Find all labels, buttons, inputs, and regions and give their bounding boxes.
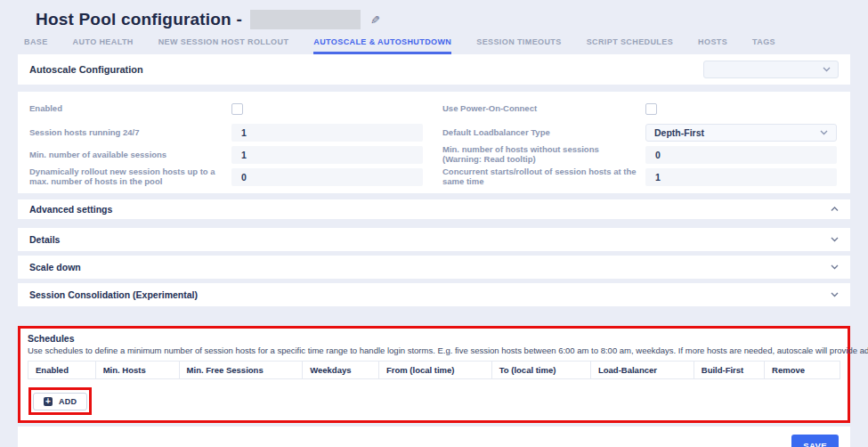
tab-hosts[interactable]: HOSTS: [698, 37, 727, 54]
dynamic-rollout-max-label: Dynamically rollout new session hosts up…: [29, 167, 231, 187]
tab-auto-health[interactable]: AUTO HEALTH: [73, 37, 134, 54]
autoscale-config-header: Autoscale Configuration: [18, 54, 850, 85]
loadbalancer-type-label: Default Loadbalancer Type: [442, 128, 645, 138]
min-hosts-without-sessions-input[interactable]: [645, 146, 837, 164]
annotation-box-schedules: Schedules Use schedules to define a mini…: [18, 326, 850, 423]
tab-new-session-host-rollout[interactable]: NEW SESSION HOST ROLLOUT: [158, 37, 289, 54]
scale-down-accordion[interactable]: Scale down: [18, 256, 850, 279]
footer-bar: SAVE: [18, 427, 850, 447]
hosts-24-7-input[interactable]: [231, 124, 423, 142]
chevron-up-icon: [831, 207, 839, 212]
session-consolidation-label: Session Consolidation (Experimental): [29, 289, 198, 300]
advanced-settings-label: Advanced settings: [29, 204, 112, 215]
advanced-settings-accordion[interactable]: Advanced settings: [18, 199, 850, 219]
schedules-title: Schedules: [28, 333, 840, 344]
redacted-pool-name: [250, 10, 361, 29]
chevron-down-icon: [831, 264, 839, 270]
field-row: Min. number of available sessions Min. n…: [29, 146, 839, 164]
field-row: Dynamically rollout new session hosts up…: [29, 168, 839, 186]
col-from-local-time: From (local time): [378, 362, 491, 379]
config-preset-dropdown[interactable]: [703, 61, 839, 78]
hosts-24-7-label: Session hosts running 24/7: [29, 128, 231, 138]
scale-down-label: Scale down: [29, 262, 81, 272]
chevron-down-icon: [823, 67, 831, 72]
session-consolidation-accordion[interactable]: Session Consolidation (Experimental): [18, 283, 850, 306]
concurrent-starts-label: Concurrent starts/rollout of session hos…: [442, 167, 645, 187]
loadbalancer-type-select[interactable]: Depth-First: [645, 124, 837, 142]
details-accordion[interactable]: Details: [18, 228, 850, 251]
dynamic-rollout-max-input[interactable]: [231, 168, 423, 186]
autoscale-fields: Enabled Use Power-On-Connect Session hos…: [18, 92, 850, 193]
concurrent-starts-input[interactable]: [645, 168, 837, 186]
min-hosts-without-sessions-label: Min. number of hosts without sessions (W…: [442, 145, 645, 165]
col-to-local-time: To (local time): [491, 362, 590, 379]
col-build-first: Build-First: [694, 362, 764, 379]
main-panel: Autoscale Configuration Enabled Use Powe…: [18, 54, 850, 447]
add-button-label: ADD: [59, 397, 77, 406]
tab-session-timeouts[interactable]: SESSION TIMEOUTS: [476, 37, 561, 54]
page-header: Host Pool configuration - ✎: [0, 0, 868, 29]
tab-bar: BASE AUTO HEALTH NEW SESSION HOST ROLLOU…: [0, 29, 868, 54]
col-min-hosts: Min. Hosts: [95, 362, 179, 379]
power-on-connect-checkbox[interactable]: [645, 103, 657, 115]
plus-icon: +: [44, 397, 53, 406]
schedules-table: Enabled Min. Hosts Min. Free Sessions We…: [28, 361, 840, 379]
min-available-sessions-input[interactable]: [231, 146, 423, 164]
enabled-checkbox[interactable]: [231, 103, 243, 115]
tab-script-schedules[interactable]: SCRIPT SCHEDULES: [587, 37, 673, 54]
col-remove: Remove: [765, 362, 840, 379]
save-button[interactable]: SAVE: [791, 435, 839, 447]
tab-base[interactable]: BASE: [24, 37, 48, 54]
min-available-sessions-label: Min. number of available sessions: [29, 150, 231, 160]
edit-pencil-icon[interactable]: ✎: [370, 13, 380, 27]
power-on-connect-label: Use Power-On-Connect: [442, 104, 645, 114]
autoscale-config-title: Autoscale Configuration: [29, 64, 143, 75]
tab-autoscale-autoshutdown[interactable]: AUTOSCALE & AUTOSHUTDOWN: [313, 37, 451, 54]
chevron-down-icon: [820, 130, 828, 135]
add-schedule-button[interactable]: + ADD: [33, 393, 87, 410]
enabled-label: Enabled: [29, 104, 231, 114]
chevron-down-icon: [831, 237, 839, 242]
tab-tags[interactable]: TAGS: [752, 37, 775, 54]
field-row: Session hosts running 24/7 Default Loadb…: [29, 124, 839, 142]
annotation-box-add: + ADD: [28, 387, 92, 415]
loadbalancer-type-value: Depth-First: [654, 127, 704, 138]
schedules-description-text: Use schedules to define a minimum number…: [28, 345, 868, 355]
chevron-down-icon: [831, 292, 839, 297]
col-load-balancer: Load-Balancer: [590, 362, 694, 379]
field-row: Enabled Use Power-On-Connect: [29, 98, 839, 119]
col-min-free-sessions: Min. Free Sessions: [179, 362, 303, 379]
schedules-description: Use schedules to define a minimum number…: [28, 345, 840, 355]
details-label: Details: [29, 234, 60, 245]
col-enabled: Enabled: [28, 362, 96, 379]
schedules-table-header-row: Enabled Min. Hosts Min. Free Sessions We…: [28, 362, 840, 379]
col-weekdays: Weekdays: [303, 362, 379, 379]
page-title: Host Pool configuration -: [36, 10, 242, 29]
